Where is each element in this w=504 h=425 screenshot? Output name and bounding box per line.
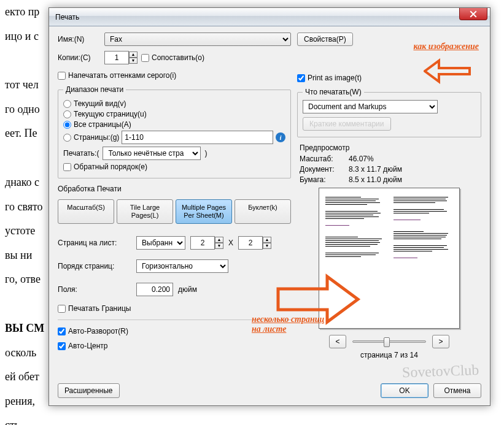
tab-multiple-pages[interactable]: Multiple Pages Per Sheet(M): [176, 199, 232, 224]
titlebar[interactable]: Печать: [49, 8, 490, 26]
margins-label: Поля:: [58, 285, 131, 294]
range-current-page[interactable]: Текущую страницу(u): [63, 110, 285, 118]
preview-slider[interactable]: [352, 340, 426, 343]
range-pages[interactable]: Страницы:(g): [63, 133, 119, 142]
advanced-button[interactable]: Расширенные: [58, 383, 120, 398]
tab-tile[interactable]: Tile Large Pages(L): [117, 199, 173, 224]
tab-booklet[interactable]: Буклет(k): [235, 199, 291, 224]
reverse-order-checkbox[interactable]: Обратный порядок(e): [63, 163, 285, 171]
auto-center-checkbox[interactable]: Авто-Центр: [58, 342, 291, 350]
close-icon: [470, 10, 477, 18]
preview-info: Масштаб:46.07% Документ:8.3 x 11.7 дюйм …: [300, 155, 479, 184]
properties-button[interactable]: Свойства(P): [297, 33, 353, 46]
chevron-up-icon[interactable]: ▲: [129, 52, 138, 58]
preview-pager: < >: [300, 335, 479, 348]
tab-scale[interactable]: Масштаб(S): [58, 199, 114, 224]
page-order-select[interactable]: Горизонтально: [136, 259, 228, 273]
page-order-label: Порядк страниц:: [58, 262, 131, 270]
info-icon[interactable]: i: [276, 132, 285, 142]
what-to-print-group: Что печатать(W) Document and Markups Кра…: [297, 88, 481, 137]
copies-label: Копии:(C): [58, 53, 101, 62]
copies-spinner[interactable]: ▲▼: [104, 51, 138, 64]
left-column: Имя:(N) Fax Копии:(C) ▲▼ Сопоставить(o) …: [58, 33, 291, 399]
subset-select[interactable]: Только нечётные стра: [103, 147, 201, 160]
printer-name-select[interactable]: Fax: [104, 33, 291, 46]
page-indicator: страница 7 из 14: [300, 351, 479, 359]
arrow-icon: [424, 56, 473, 86]
range-all-pages[interactable]: Все страницы(A): [63, 120, 285, 129]
what-to-print-select[interactable]: Document and Markups: [303, 100, 438, 113]
grayscale-checkbox[interactable]: Напечатать оттенками серого(i): [58, 71, 291, 80]
annotation-as-image: как изображение: [413, 42, 479, 52]
pages-per-sheet-mode[interactable]: Выбранные: [136, 236, 185, 250]
pages-per-sheet-label: Страниц на лист:: [58, 239, 131, 247]
range-current-view[interactable]: Текущий вид(v): [63, 99, 285, 108]
print-range-group: Диапазон печати Текущий вид(v) Текущую с…: [58, 85, 291, 178]
margins-input[interactable]: [136, 283, 173, 296]
chevron-down-icon[interactable]: ▼: [129, 58, 138, 64]
pps-cols-spinner[interactable]: ▲▼: [190, 236, 223, 250]
prev-page-button[interactable]: <: [329, 335, 346, 348]
pps-rows-spinner[interactable]: ▲▼: [238, 236, 271, 250]
preview-title: Предпросмотр: [300, 144, 479, 152]
collate-checkbox[interactable]: Сопоставить(o): [141, 53, 204, 62]
print-dialog: Печать Имя:(N) Fax Копии:(C) ▲▼ Сопостав…: [48, 7, 490, 406]
close-button[interactable]: [459, 8, 487, 20]
right-column: Свойства(P) Print as image(t) Что печата…: [297, 33, 481, 399]
summarize-comments-button: Краткие комментарии: [303, 117, 391, 131]
cancel-button[interactable]: Отмена: [433, 383, 481, 398]
subset-label: Печатать:(: [63, 149, 99, 158]
page-handling-label: Обработка Печати: [58, 185, 291, 193]
what-to-print-legend: Что печатать(W): [303, 88, 364, 96]
annotation-multi-on-sheet: несколько страницна листе: [252, 315, 350, 334]
pages-input[interactable]: [122, 131, 273, 144]
print-range-legend: Диапазон печати: [63, 85, 126, 94]
dialog-title: Печать: [55, 13, 79, 21]
next-page-button[interactable]: >: [432, 335, 449, 348]
page-handling-tabs: Масштаб(S) Tile Large Pages(L) Multiple …: [58, 199, 291, 224]
dialog-footer: Расширенные OK Отмена: [58, 383, 481, 398]
ok-button[interactable]: OK: [381, 383, 428, 398]
print-borders-checkbox[interactable]: Печатать Границы: [58, 304, 291, 313]
printer-name-label: Имя:(N): [58, 35, 101, 44]
